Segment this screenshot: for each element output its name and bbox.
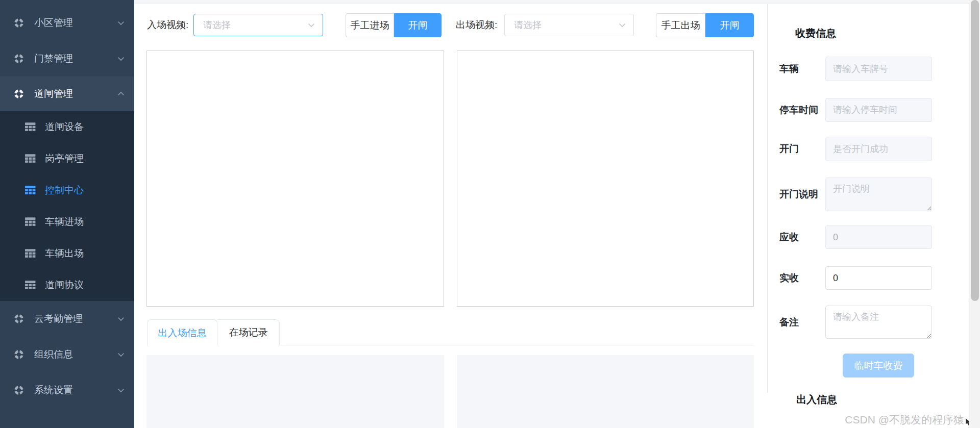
parking-time-label: 停车时间	[779, 98, 818, 122]
sidebar-item-gate-management[interactable]: 道闸管理	[0, 77, 134, 111]
chevron-down-icon	[117, 55, 125, 63]
table-icon	[25, 217, 36, 226]
sidebar-item-door-access-management[interactable]: 门禁管理	[0, 41, 134, 77]
sidebar-item-gate-protocol[interactable]: 道闸协议	[0, 269, 134, 301]
door-open-note-field-row: 开门说明	[779, 178, 932, 211]
door-open-note-textarea[interactable]	[825, 178, 932, 211]
remark-textarea[interactable]	[825, 306, 932, 339]
top-strip	[134, 0, 969, 4]
sidebar-item-label: 车辆进场	[45, 215, 84, 229]
table-icon	[25, 186, 36, 195]
sidebar-item-label: 门禁管理	[34, 52, 73, 65]
sidebar-item-cloud-attendance[interactable]: 云考勤管理	[0, 301, 134, 337]
sidebar-item-control-center[interactable]: 控制中心	[0, 174, 134, 206]
community-management-icon	[14, 18, 24, 28]
fee-panel-divider	[767, 4, 768, 393]
chevron-up-icon	[117, 90, 125, 98]
chevron-down-icon	[117, 315, 125, 323]
records-tabbar: 出入场信息 在场记录	[147, 319, 754, 345]
chevron-down-icon	[307, 21, 315, 29]
vehicle-label: 车辆	[779, 57, 799, 81]
sidebar-item-vehicle-entry[interactable]: 车辆进场	[0, 206, 134, 238]
gate-management-icon	[14, 89, 24, 99]
door-open-field-row: 开门	[779, 137, 932, 161]
sidebar-item-vehicle-exit[interactable]: 车辆出场	[0, 238, 134, 269]
door-open-label: 开门	[779, 137, 799, 161]
watermark-text: CSDN @不脱发的程序猿	[845, 413, 964, 427]
tab-entry-exit-info[interactable]: 出入场信息	[147, 319, 217, 346]
door-open-input[interactable]	[825, 137, 932, 161]
receivable-input[interactable]	[825, 225, 932, 249]
manual-entry-button[interactable]: 手工进场	[346, 13, 394, 37]
sidebar-item-label: 岗亭管理	[45, 152, 84, 165]
received-field-row: 实收	[779, 266, 932, 290]
exit-video-label: 出场视频:	[456, 14, 497, 36]
exit-button-group: 手工出场 开闸	[656, 13, 754, 37]
chevron-down-icon	[117, 19, 125, 27]
chevron-down-icon	[117, 350, 125, 359]
exit-records-placeholder	[457, 355, 754, 428]
entry-open-gate-button[interactable]: 开闸	[394, 13, 442, 37]
entry-records-placeholder	[146, 355, 444, 428]
manual-exit-button[interactable]: 手工出场	[656, 13, 705, 37]
entry-video-select[interactable]: 请选择	[193, 14, 323, 36]
table-icon	[25, 154, 36, 163]
tab-onsite-records[interactable]: 在场记录	[217, 319, 280, 345]
vehicle-field-row: 车辆	[779, 57, 932, 81]
sidebar-item-label: 控制中心	[45, 184, 84, 197]
parking-time-field-row: 停车时间	[779, 98, 932, 122]
access-panel-title: 出入信息	[796, 393, 837, 407]
door-open-note-label: 开门说明	[779, 178, 818, 211]
temp-car-charge-button[interactable]: 临时车收费	[843, 354, 914, 377]
exit-video-select-placeholder: 请选择	[514, 19, 618, 31]
sidebar-item-label: 道闸协议	[45, 279, 84, 292]
entry-video-panel	[146, 51, 444, 307]
receivable-label: 应收	[779, 225, 799, 249]
sidebar-item-community-management[interactable]: 小区管理	[0, 5, 134, 41]
sidebar-item-system-settings[interactable]: 系统设置	[0, 372, 134, 408]
cloud-attendance-icon	[14, 314, 24, 324]
sidebar-item-label: 车辆出场	[45, 247, 84, 260]
sidebar-item-sentry-box-management[interactable]: 岗亭管理	[0, 143, 134, 174]
table-icon	[25, 249, 36, 258]
entry-button-group: 手工进场 开闸	[346, 13, 442, 37]
door-access-management-icon	[14, 54, 24, 64]
chevron-down-icon	[618, 21, 626, 29]
table-icon	[25, 122, 36, 132]
scrollbar-thumb[interactable]	[971, 0, 979, 301]
page-scrollbar[interactable]	[969, 0, 980, 428]
sidebar-item-org-info[interactable]: 组织信息	[0, 337, 134, 372]
watermark: CSDN @不脱发的程序猿	[845, 413, 972, 427]
sidebar-item-label: 道闸设备	[45, 120, 84, 134]
org-info-icon	[14, 349, 24, 360]
receivable-field-row: 应收	[779, 225, 932, 249]
received-input[interactable]	[825, 266, 932, 290]
fee-panel-title: 收费信息	[795, 27, 836, 40]
sidebar-item-label: 系统设置	[34, 384, 73, 397]
entry-video-select-placeholder: 请选择	[203, 19, 307, 31]
chevron-down-icon	[117, 386, 125, 394]
exit-video-select[interactable]: 请选择	[504, 14, 634, 36]
vehicle-plate-input[interactable]	[825, 57, 932, 81]
table-icon	[25, 281, 36, 290]
exit-video-panel	[457, 51, 754, 307]
exit-open-gate-button[interactable]: 开闸	[705, 13, 754, 37]
sidebar: 小区管理 门禁管理 道闸管理 道闸设备	[0, 0, 134, 428]
gate-management-submenu: 道闸设备 岗亭管理 控制中心 车辆进场 车辆出场	[0, 111, 134, 301]
sidebar-item-gate-devices[interactable]: 道闸设备	[0, 111, 134, 143]
remark-label: 备注	[779, 306, 799, 339]
received-label: 实收	[779, 266, 799, 290]
sidebar-item-label: 组织信息	[34, 348, 73, 361]
entry-video-label: 入场视频:	[147, 14, 188, 36]
parking-time-input[interactable]	[825, 98, 932, 122]
sidebar-item-label: 云考勤管理	[34, 312, 83, 325]
sidebar-item-label: 道闸管理	[34, 87, 73, 100]
system-settings-icon	[14, 385, 24, 395]
remark-field-row: 备注	[779, 306, 932, 339]
sidebar-item-label: 小区管理	[34, 16, 73, 30]
